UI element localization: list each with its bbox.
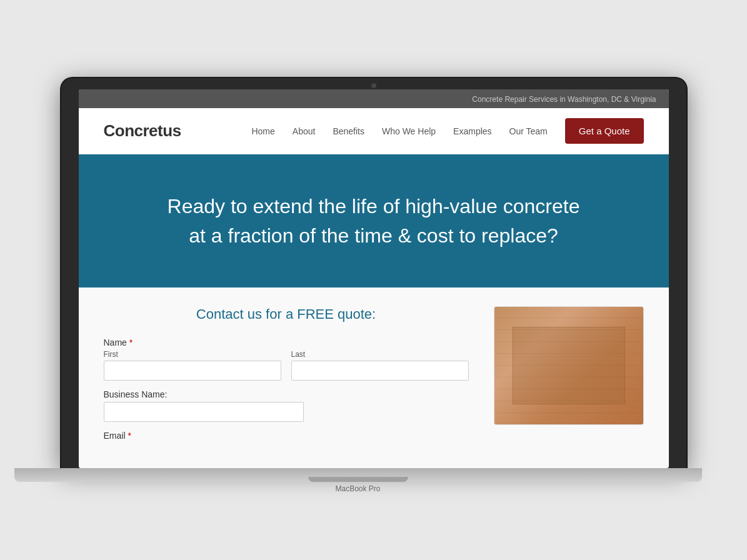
business-label: Business Name: [104,389,469,399]
macbook-wrapper: Concrete Repair Services in Washington, … [61,78,686,482]
macbook-label: MacBook Pro [335,484,380,493]
last-name-field: Last [291,350,469,381]
hero-line2: at a fraction of the time & cost to repl… [189,224,558,247]
concrete-floor-visual [494,307,643,424]
contact-title: Contact us for a FREE quote: [104,306,469,322]
macbook-screen: Concrete Repair Services in Washington, … [61,78,686,468]
name-required: * [129,338,133,348]
contact-section: Contact us for a FREE quote: Name * Firs… [104,306,644,449]
camera [371,83,376,88]
name-label: Name * [104,338,469,348]
name-subrow: First Last [104,350,469,381]
screen-inner: Concrete Repair Services in Washington, … [79,89,669,468]
hero-line1: Ready to extend the life of high-value c… [168,195,580,218]
email-field-group: Email * [104,431,469,441]
last-name-input[interactable] [291,361,469,381]
first-name-field: First [104,350,281,381]
site-header: Concretus Home About Benefits Who We Hel… [79,108,669,154]
nav-home[interactable]: Home [251,126,274,136]
site-logo: Concretus [104,121,181,141]
nav-who-we-help[interactable]: Who We Help [382,126,436,136]
macbook-base: MacBook Pro [14,468,702,482]
get-quote-button[interactable]: Get a Quote [565,118,644,144]
nav-our-team[interactable]: Our Team [509,126,548,136]
name-field-group: Name * First Last [104,338,469,381]
hero-headline: Ready to extend the life of high-value c… [155,192,593,250]
first-label: First [104,350,281,359]
concrete-image [494,306,644,425]
logo-prefix: Concret [104,121,163,140]
business-name-input[interactable] [104,402,304,422]
logo-suffix: us [163,121,181,140]
first-name-input[interactable] [104,361,281,381]
last-label: Last [291,350,469,359]
site-topbar: Concrete Repair Services in Washington, … [79,89,669,108]
email-label: Email * [104,431,469,441]
contact-form-area: Contact us for a FREE quote: Name * Firs… [104,306,469,449]
business-field-group: Business Name: [104,389,469,422]
contact-image-area [494,306,644,425]
hero-section: Ready to extend the life of high-value c… [79,154,669,288]
topbar-text: Concrete Repair Services in Washington, … [472,95,656,104]
nav-about[interactable]: About [293,126,316,136]
nav-examples[interactable]: Examples [453,126,491,136]
site-nav: Home About Benefits Who We Help Examples… [251,118,643,144]
nav-benefits[interactable]: Benefits [333,126,364,136]
content-section: Contact us for a FREE quote: Name * Firs… [79,288,669,468]
